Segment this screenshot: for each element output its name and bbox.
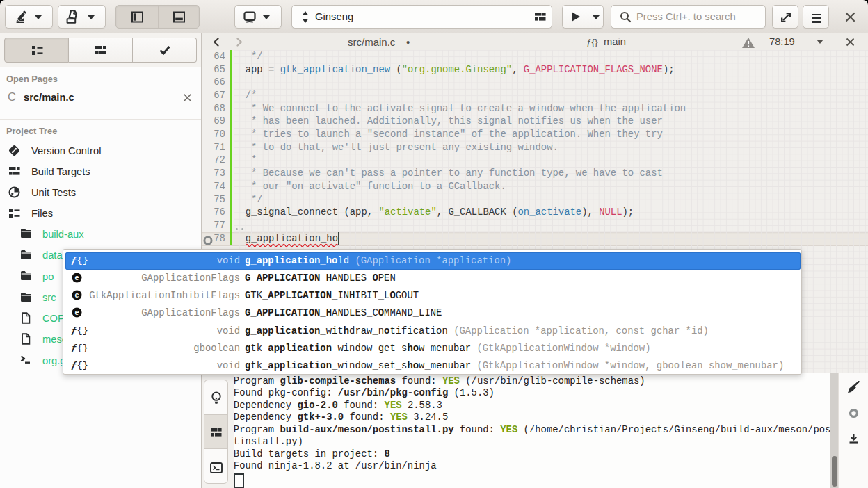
svg-text:e: e — [74, 291, 79, 299]
svg-text:e: e — [74, 273, 79, 282]
svg-text:e: e — [74, 309, 79, 317]
